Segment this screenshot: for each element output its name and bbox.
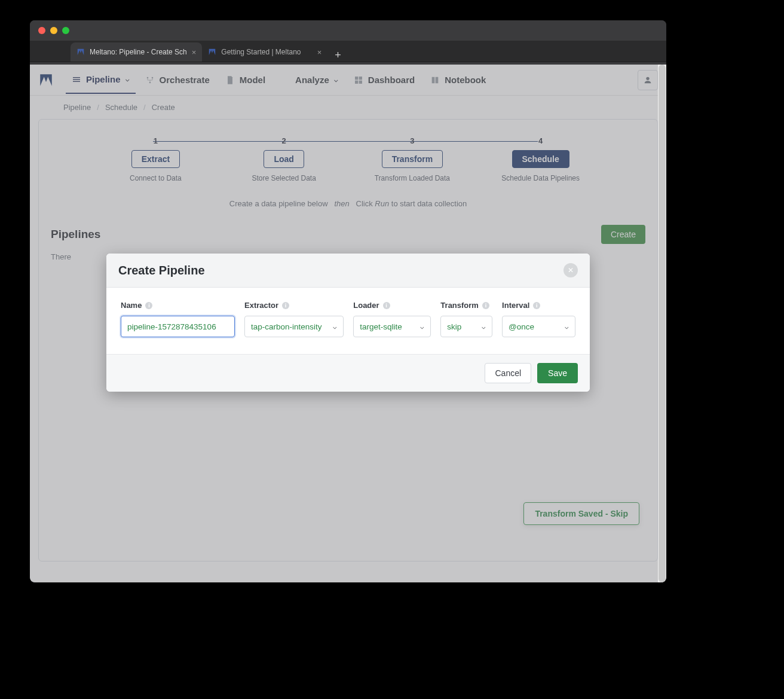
- loader-field-label: Loader: [353, 301, 379, 310]
- minimize-window-icon[interactable]: [50, 27, 57, 34]
- interval-select[interactable]: @once ⌵: [502, 316, 575, 337]
- modal-title: Create Pipeline: [118, 264, 205, 277]
- info-icon[interactable]: i: [145, 302, 152, 309]
- close-tab-icon[interactable]: ×: [317, 48, 322, 57]
- save-button[interactable]: Save: [537, 363, 578, 383]
- maximize-window-icon[interactable]: [62, 27, 69, 34]
- close-icon: ✕: [568, 266, 574, 274]
- transform-select[interactable]: skip ⌵: [440, 316, 492, 337]
- info-icon[interactable]: i: [533, 302, 540, 309]
- meltano-favicon-icon: [208, 48, 216, 56]
- cancel-button[interactable]: Cancel: [485, 363, 531, 383]
- close-tab-icon[interactable]: ×: [192, 48, 197, 57]
- transform-value: skip: [447, 322, 461, 331]
- chevron-down-icon: ⌵: [333, 323, 337, 331]
- new-tab-button[interactable]: +: [327, 49, 348, 62]
- close-window-icon[interactable]: [38, 27, 45, 34]
- vertical-scrollbar[interactable]: [658, 65, 666, 582]
- info-icon[interactable]: i: [282, 302, 289, 309]
- loader-value: target-sqlite: [360, 322, 402, 331]
- extractor-field-label: Extractor: [244, 301, 278, 310]
- browser-tab-active[interactable]: Meltano: Pipeline - Create Sch ×: [71, 42, 202, 62]
- meltano-favicon-icon: [76, 48, 85, 56]
- name-field-label: Name: [121, 301, 142, 310]
- loader-select[interactable]: target-sqlite ⌵: [353, 316, 431, 337]
- browser-tab-inactive[interactable]: Getting Started | Meltano ×: [202, 42, 327, 62]
- create-pipeline-modal: Create Pipeline ✕ Namei Extractori tap-c…: [106, 254, 590, 392]
- chevron-down-icon: ⌵: [565, 323, 569, 331]
- extractor-select[interactable]: tap-carbon-intensity ⌵: [244, 316, 344, 337]
- transform-field-label: Transform: [440, 301, 479, 310]
- scrollbar-thumb[interactable]: [659, 65, 666, 582]
- modal-close-button[interactable]: ✕: [564, 263, 578, 277]
- info-icon[interactable]: i: [383, 302, 390, 309]
- pipeline-name-input[interactable]: [121, 316, 235, 337]
- interval-value: @once: [509, 322, 534, 331]
- chevron-down-icon: ⌵: [420, 323, 424, 331]
- tab-title: Meltano: Pipeline - Create Sch: [90, 48, 187, 56]
- info-icon[interactable]: i: [482, 302, 489, 309]
- window-controls[interactable]: [38, 27, 69, 34]
- extractor-value: tap-carbon-intensity: [251, 322, 322, 331]
- chevron-down-icon: ⌵: [482, 323, 486, 331]
- interval-field-label: Interval: [502, 301, 529, 310]
- tab-title: Getting Started | Meltano: [221, 48, 312, 56]
